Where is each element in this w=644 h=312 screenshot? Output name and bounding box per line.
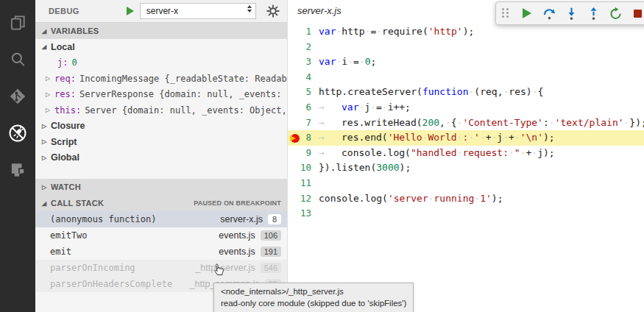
variable-res[interactable]: ▷res:ServerResponse {domain: null, _even… xyxy=(35,87,287,103)
stack-frame-row[interactable]: parserOnIncoming_http_server.js546 xyxy=(35,260,287,276)
code-line[interactable]: 4 xyxy=(288,70,644,85)
frame-file: events.js xyxy=(219,247,255,257)
whitespace-dot: · xyxy=(474,193,480,204)
variable-value: ServerResponse {domain: null, _events: O… xyxy=(79,89,287,99)
call-stack-section-header[interactable]: ◢ CALL STACK PAUSED ON BREAKPOINT xyxy=(35,195,287,211)
extensions-icon[interactable] xyxy=(0,152,35,188)
frame-name: parserOnIncoming xyxy=(50,263,195,273)
variable-value: IncomingMessage {_readableState: Readabl… xyxy=(79,74,287,84)
restart-icon[interactable] xyxy=(604,3,626,24)
line-number: 13 xyxy=(288,206,319,221)
debug-icon[interactable] xyxy=(0,115,35,152)
frame-file: server-x.js xyxy=(220,214,263,224)
frame-file: _http_server.js xyxy=(195,263,255,273)
editor-file-title[interactable]: server-x.js xyxy=(297,5,342,16)
variables-section-header[interactable]: ◢ VARIABLES xyxy=(35,23,287,39)
paused-status-badge: PAUSED ON BREAKPOINT xyxy=(194,199,281,207)
continue-button[interactable] xyxy=(516,3,538,24)
scope-label: Closure xyxy=(51,121,85,131)
whitespace-dot: · xyxy=(468,132,474,143)
configure-gear-icon[interactable] xyxy=(266,4,280,18)
debug-config-name: server-x xyxy=(146,6,178,16)
variable-name: req: xyxy=(54,74,76,84)
step-into-icon[interactable] xyxy=(560,3,582,24)
start-debugging-button[interactable] xyxy=(127,7,134,15)
whitespace-dot: · xyxy=(370,102,376,113)
twisty-collapsed-icon: ▷ xyxy=(42,155,51,161)
whitespace-dot: · xyxy=(549,117,555,128)
search-icon[interactable] xyxy=(0,41,35,78)
code-editor: server-x.js 1var·http·=·require('http');… xyxy=(287,0,644,312)
scope-label: Local xyxy=(51,42,75,52)
line-number: 1 xyxy=(288,24,319,40)
step-over-icon[interactable] xyxy=(538,3,560,24)
tab-whitespace-icon: → xyxy=(319,100,342,116)
frame-line-badge: 546 xyxy=(261,263,281,273)
code-line[interactable]: 1var·http·=·require('http'); xyxy=(288,24,644,40)
source-control-icon[interactable] xyxy=(0,78,35,115)
stack-frame-row[interactable]: (anonymous function)server-x.js8 xyxy=(35,211,287,227)
tab-whitespace-icon: → xyxy=(319,116,342,131)
variable-name: res: xyxy=(54,89,76,99)
twisty-expanded-icon: ◢ xyxy=(42,28,51,35)
whitespace-dot: · xyxy=(503,132,509,143)
whitespace-dot: · xyxy=(347,56,353,67)
scope-global[interactable]: ▷Global xyxy=(35,150,287,166)
line-number: 2 xyxy=(288,40,319,55)
twisty-collapsed-icon: ▷ xyxy=(42,184,51,191)
stop-button[interactable] xyxy=(626,3,644,24)
vscode-debug-window: DEBUG server-x xyxy=(0,0,644,312)
variable-req[interactable]: ▷req:IncomingMessage {_readableState: Re… xyxy=(35,71,287,87)
scope-script[interactable]: ▷Script xyxy=(35,134,287,150)
code-line[interactable]: 13 xyxy=(288,206,644,221)
tooltip-reason: read-only core module (skipped due to 's… xyxy=(221,297,406,309)
activity-bar xyxy=(0,0,35,312)
frame-name: emitTwo xyxy=(50,230,219,241)
step-out-icon[interactable] xyxy=(582,3,604,24)
line-number: 11 xyxy=(288,176,319,191)
line-number: 9 xyxy=(288,146,319,161)
stack-frame-row[interactable]: emitevents.js191 xyxy=(35,244,287,260)
code-line[interactable]: 7→res.writeHead(200,·{·'Content-Type':·'… xyxy=(288,116,644,131)
scope-local[interactable]: ◢Local xyxy=(35,39,287,55)
debug-config-dropdown[interactable]: server-x xyxy=(140,3,256,19)
twisty-collapsed-icon: ▷ xyxy=(46,107,54,113)
line-number: 10 xyxy=(288,160,319,176)
whitespace-dot: · xyxy=(376,26,382,37)
code-line[interactable]: 2 xyxy=(288,40,644,55)
whitespace-dot: · xyxy=(359,56,365,67)
whitespace-dot: · xyxy=(428,193,434,204)
code-line[interactable]: 8→res.end('Hello·World·:·'·+·j·+·'\n'); xyxy=(288,130,644,146)
dropdown-spinner-icon xyxy=(247,5,252,13)
stack-frame-row[interactable]: emitTwoevents.js106 xyxy=(35,227,287,244)
variable-j[interactable]: j:0 xyxy=(35,55,287,71)
debug-sidebar: DEBUG server-x xyxy=(35,0,287,312)
code-line[interactable]: 12console.log('server·running·1'); xyxy=(288,191,644,207)
line-number: 5 xyxy=(288,85,319,100)
frame-name: parserOnHeadersComplete xyxy=(50,279,190,289)
code-line[interactable]: 10}).listen(3000); xyxy=(288,160,644,176)
variable-value: Server {domain: null, _events: Object, … xyxy=(85,105,287,116)
line-number: 6 xyxy=(288,100,319,116)
variable-name: this: xyxy=(54,105,81,116)
code-area[interactable]: 1var·http·=·require('http');23var·i·=·0;… xyxy=(288,24,644,221)
skipfiles-tooltip: <node_internals>/_http_server.js read-on… xyxy=(213,283,414,312)
scope-label: Global xyxy=(51,152,79,163)
line-number: 12 xyxy=(288,191,319,207)
code-line[interactable]: 9→console.log("handled·request:·"·+·j); xyxy=(288,146,644,161)
twisty-collapsed-icon: ▷ xyxy=(46,91,54,98)
explorer-icon[interactable] xyxy=(0,4,35,41)
variables-tree: ◢Localj:0▷req:IncomingMessage {_readable… xyxy=(35,39,287,166)
toolbar-drag-handle-icon[interactable] xyxy=(502,8,509,18)
frame-file: events.js xyxy=(219,230,255,241)
code-line[interactable]: 11 xyxy=(288,176,644,191)
tooltip-path: <node_internals>/_http_server.js xyxy=(221,286,406,297)
watch-section-header[interactable]: ▷ WATCH xyxy=(35,179,287,195)
code-line[interactable]: 5http.createServer(function·(req,·res)·{ xyxy=(288,85,644,100)
frame-line-badge: 8 xyxy=(268,214,281,224)
variable-this[interactable]: ▷this:Server {domain: null, _events: Obj… xyxy=(35,102,287,118)
scope-closure[interactable]: ▷Closure xyxy=(35,118,287,135)
variable-name: j: xyxy=(57,57,68,68)
code-line[interactable]: 6→var·j·=·i++; xyxy=(288,100,644,116)
code-line[interactable]: 3var·i·=·0; xyxy=(288,54,644,70)
